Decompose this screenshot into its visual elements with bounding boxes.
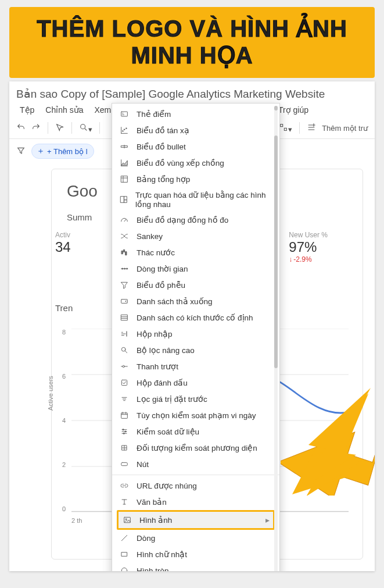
menu-item-label: Hộp nhập <box>137 329 173 338</box>
scorecard-icon <box>119 109 130 119</box>
zoom-icon[interactable]: ▾ <box>79 123 92 134</box>
menu-item-label: Hình tròn <box>137 566 169 572</box>
menu-item-label: Lọc giá trị đặt trước <box>137 394 207 404</box>
menu-item-timeline[interactable]: Dòng thời gian <box>112 261 279 277</box>
add-field-icon[interactable] <box>307 123 316 134</box>
dimension-icon <box>119 443 130 453</box>
menu-item-text[interactable]: Văn bản <box>112 494 279 510</box>
new-user-stat: New User % 97% -2.9% <box>289 231 328 263</box>
svg-rect-34 <box>121 462 128 465</box>
waterfall-icon <box>119 247 130 258</box>
banner-title: THÊM LOGO VÀ HÌNH ẢNH MINH HỌA <box>21 15 363 69</box>
svg-rect-16 <box>124 197 127 200</box>
distribute-icon[interactable]: ▾ <box>279 123 292 134</box>
menu-item-dropdown-list[interactable]: Danh sách thả xuống <box>112 293 279 309</box>
rect-icon <box>119 549 130 560</box>
svg-point-32 <box>123 433 124 434</box>
stat-label: Activ <box>55 231 71 239</box>
menu-item-bullet[interactable]: Biểu đồ bullet <box>112 138 279 155</box>
menu-item-label: Dòng thời gian <box>137 264 188 273</box>
menu-item-image[interactable]: Hình ảnh▸ <box>119 512 273 528</box>
menu-item-rectangle[interactable]: Hình chữ nhật <box>112 546 279 562</box>
fixed-list-icon <box>119 312 130 323</box>
svg-point-36 <box>125 519 127 520</box>
menu-item-label: Thẻ điểm <box>137 109 171 119</box>
menu-item-sankey[interactable]: Sankey <box>112 228 279 244</box>
toolbar-separator <box>71 122 72 134</box>
insert-dropdown-menu: Thẻ điểm Biểu đồ tán xạ Biểu đồ bullet B… <box>112 103 280 571</box>
menu-item-label: Sankey <box>137 232 163 241</box>
scrollbar-thumb[interactable] <box>274 136 278 368</box>
menu-item-gauge[interactable]: Biểu đồ dạng đồng hồ đo <box>112 212 279 228</box>
menu-item-label: Hình chữ nhật <box>137 550 187 559</box>
add-field-label[interactable]: Thêm một trư <box>322 124 368 133</box>
menu-item-slider[interactable]: Thanh trượt <box>112 358 279 375</box>
toolbar-separator <box>99 122 100 134</box>
menu-item-label: Biểu đồ tán xạ <box>137 126 189 135</box>
menu-edit[interactable]: Chỉnh sửa <box>41 104 88 116</box>
menu-item-label: Hình ảnh <box>139 515 172 525</box>
svg-rect-37 <box>121 553 127 557</box>
menu-item-pivot[interactable]: Bảng tổng hợp <box>112 171 279 187</box>
menu-item-date-range[interactable]: Tùy chọn kiểm soát phạm vi ngày <box>112 407 279 423</box>
add-filter-label: + Thêm bộ l <box>47 147 88 156</box>
menu-item-input-box[interactable]: Hộp nhập <box>112 326 279 342</box>
toolbar-separator <box>299 122 300 134</box>
menu-item-label: Văn bản <box>137 497 167 507</box>
stat-value: 34 <box>55 239 71 255</box>
menu-item-fixed-list[interactable]: Danh sách có kích thước cố định <box>112 309 279 326</box>
menu-item-label: Kiểm soát dữ liệu <box>137 427 199 436</box>
menu-item-preset-filter[interactable]: Lọc giá trị đặt trước <box>112 391 279 407</box>
svg-rect-2 <box>284 128 286 130</box>
menu-item-circle[interactable]: Hình tròn <box>112 562 279 571</box>
filter-icon[interactable] <box>16 146 26 157</box>
menu-file[interactable]: Tệp <box>15 104 39 116</box>
menu-item-data-control[interactable]: Kiểm soát dữ liệu <box>112 423 279 440</box>
menu-item-dimension-control[interactable]: Đối tượng kiểm soát phương diện <box>112 440 279 456</box>
svg-rect-9 <box>121 112 128 116</box>
menu-item-treemap[interactable]: Trực quan hóa dữ liệu bằng các hình lồng… <box>112 187 279 212</box>
menu-item-scorecard[interactable]: Thẻ điểm <box>112 106 279 122</box>
svg-point-38 <box>121 568 127 571</box>
menu-item-button[interactable]: Nút <box>112 456 279 472</box>
pointer-icon[interactable] <box>55 123 64 134</box>
undo-icon[interactable] <box>16 123 26 134</box>
toolbar-separator <box>48 122 48 134</box>
svg-point-11 <box>124 129 125 130</box>
svg-point-30 <box>123 429 124 430</box>
menu-item-funnel[interactable]: Biểu đồ phễu <box>112 277 279 293</box>
redo-icon[interactable] <box>31 123 41 134</box>
tutorial-banner: THÊM LOGO VÀ HÌNH ẢNH MINH HỌA <box>9 7 375 78</box>
svg-point-22 <box>124 268 125 269</box>
line-icon <box>119 533 130 543</box>
highlight-box: Hình ảnh▸ <box>117 510 275 530</box>
menu-item-line[interactable]: Dòng <box>112 530 279 546</box>
menu-item-label: Danh sách thả xuống <box>137 297 213 306</box>
slider-icon <box>119 361 130 372</box>
data-control-icon <box>119 426 130 437</box>
add-filter-chip[interactable]: ＋ + Thêm bộ l <box>31 144 94 159</box>
active-users-stat: Activ 34 <box>55 231 71 255</box>
svg-point-27 <box>123 365 124 367</box>
svg-point-12 <box>126 128 127 129</box>
svg-rect-29 <box>121 413 128 418</box>
menu-item-checkbox[interactable]: Hộp đánh dấu <box>112 375 279 391</box>
svg-rect-15 <box>121 197 124 203</box>
app-window: Bản sao Copy of [Sample] Google Analytic… <box>9 81 375 571</box>
area-icon <box>119 158 130 168</box>
menu-item-label: Tùy chọn kiểm soát phạm vi ngày <box>137 411 256 420</box>
gauge-icon <box>119 215 130 225</box>
menu-item-advanced-filter[interactable]: Bộ lọc nâng cao <box>112 342 279 358</box>
preset-icon <box>119 394 130 404</box>
svg-point-0 <box>81 124 85 129</box>
checkbox-icon <box>119 377 130 388</box>
menu-item-label: Nút <box>137 460 149 469</box>
text-icon <box>119 497 130 507</box>
menu-item-url-embed[interactable]: URL được nhúng <box>112 477 279 494</box>
menu-item-scatter[interactable]: Biểu đồ tán xạ <box>112 122 279 138</box>
menu-item-area[interactable]: Biểu đồ vùng xếp chồng <box>112 155 279 171</box>
menu-item-waterfall[interactable]: Thác nước <box>112 244 279 261</box>
menu-item-label: Trực quan hóa dữ liệu bằng các hình lồng… <box>135 190 271 209</box>
bullet-icon <box>119 141 130 152</box>
timeline-icon <box>119 263 130 274</box>
